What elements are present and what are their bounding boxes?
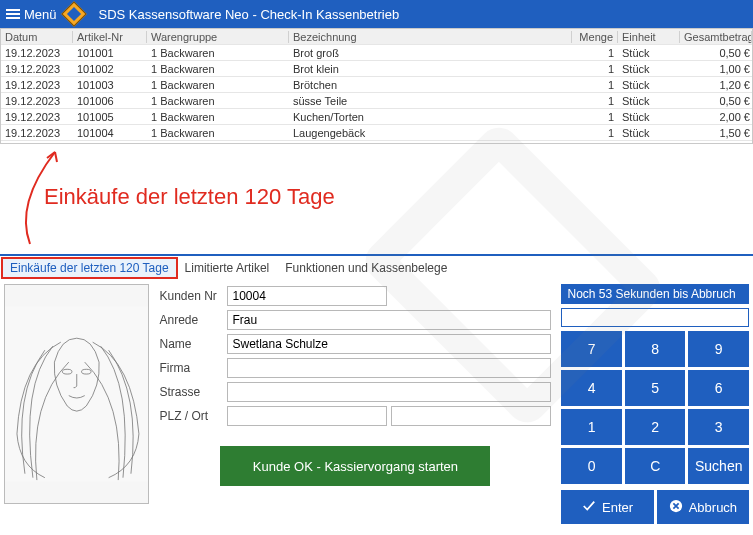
input-plz[interactable] [227, 406, 387, 426]
label-name: Name [159, 337, 221, 351]
tab-functions-receipts[interactable]: Funktionen und Kassenbelege [277, 258, 455, 278]
table-row[interactable]: 19.12.20231010051 BackwarenKuchen/Torten… [1, 109, 752, 125]
cell-wg: 1 Backwaren [147, 111, 289, 123]
annotation-area: Einkäufe der letzten 120 Tage [0, 144, 753, 254]
col-header-menge[interactable]: Menge [572, 31, 618, 43]
input-strasse[interactable] [227, 382, 551, 402]
key-2[interactable]: 2 [625, 409, 686, 445]
cell-gesamt: 0,50 € [680, 95, 752, 107]
check-icon [582, 499, 596, 516]
cell-gesamt: 1,20 € [680, 79, 752, 91]
cell-bez: Brötchen [289, 79, 572, 91]
cell-date: 19.12.2023 [1, 47, 73, 59]
cell-menge: 1 [572, 63, 618, 75]
label-plzort: PLZ / Ort [159, 409, 221, 423]
cell-menge: 1 [572, 95, 618, 107]
key-6[interactable]: 6 [688, 370, 749, 406]
tab-limited-articles[interactable]: Limitierte Artikel [177, 258, 278, 278]
col-header-date[interactable]: Datum [1, 31, 73, 43]
start-cashier-button[interactable]: Kunde OK - Kassiervorgang starten [220, 446, 490, 486]
col-header-wg[interactable]: Warengruppe [147, 31, 289, 43]
cell-bez: Brot klein [289, 63, 572, 75]
cell-wg: 1 Backwaren [147, 63, 289, 75]
enter-button[interactable]: Enter [561, 490, 653, 524]
cell-menge: 1 [572, 79, 618, 91]
key-8[interactable]: 8 [625, 331, 686, 367]
cell-artnr: 101005 [73, 111, 147, 123]
cell-einheit: Stück [618, 95, 680, 107]
cell-date: 19.12.2023 [1, 111, 73, 123]
col-header-gesamt[interactable]: Gesamtbetrag [680, 31, 752, 43]
col-header-einheit[interactable]: Einheit [618, 31, 680, 43]
table-row[interactable]: 19.12.20231010011 BackwarenBrot groß1Stü… [1, 45, 752, 61]
label-kundennr: Kunden Nr [159, 289, 221, 303]
label-firma: Firma [159, 361, 221, 375]
cell-artnr: 101002 [73, 63, 147, 75]
cell-menge: 1 [572, 111, 618, 123]
cell-bez: süsse Teile [289, 95, 572, 107]
menu-button-label: Menü [24, 7, 57, 22]
table-row[interactable]: 19.12.20231010061 Backwarensüsse Teile1S… [1, 93, 752, 109]
key-9[interactable]: 9 [688, 331, 749, 367]
keypad-panel: Noch 53 Sekunden bis Abbruch 7894561230C… [561, 284, 749, 524]
cell-bez: Brot groß [289, 47, 572, 59]
hamburger-icon [6, 9, 20, 19]
input-firma[interactable] [227, 358, 551, 378]
lower-tabs: Einkäufe der letzten 120 Tage Limitierte… [0, 256, 753, 278]
cell-artnr: 101001 [73, 47, 147, 59]
cell-menge: 1 [572, 127, 618, 139]
cell-artnr: 101003 [73, 79, 147, 91]
cell-einheit: Stück [618, 63, 680, 75]
cell-bez: Laugengebäck [289, 127, 572, 139]
key-0[interactable]: 0 [561, 448, 622, 484]
table-row[interactable]: 19.12.20231010021 BackwarenBrot klein1St… [1, 61, 752, 77]
cell-einheit: Stück [618, 111, 680, 123]
cancel-circle-icon [669, 499, 683, 516]
countdown-label: Noch 53 Sekunden bis Abbruch [561, 284, 749, 304]
label-strasse: Strasse [159, 385, 221, 399]
cell-gesamt: 1,50 € [680, 127, 752, 139]
input-ort[interactable] [391, 406, 551, 426]
grid-header-row: Datum Artikel-Nr Warengruppe Bezeichnung… [1, 29, 752, 45]
cell-date: 19.12.2023 [1, 63, 73, 75]
keypad-input[interactable] [561, 308, 749, 327]
app-logo-icon [61, 1, 86, 26]
cell-wg: 1 Backwaren [147, 127, 289, 139]
cell-artnr: 101006 [73, 95, 147, 107]
cell-einheit: Stück [618, 79, 680, 91]
key-3[interactable]: 3 [688, 409, 749, 445]
tab-purchases-120d[interactable]: Einkäufe der letzten 120 Tage [2, 258, 177, 278]
key-5[interactable]: 5 [625, 370, 686, 406]
menu-button[interactable]: Menü [6, 7, 57, 22]
purchase-grid: Datum Artikel-Nr Warengruppe Bezeichnung… [0, 28, 753, 144]
abort-button[interactable]: Abbruch [657, 490, 749, 524]
abort-button-label: Abbruch [689, 500, 737, 515]
key-4[interactable]: 4 [561, 370, 622, 406]
input-kundennr[interactable] [227, 286, 387, 306]
col-header-artnr[interactable]: Artikel-Nr [73, 31, 147, 43]
table-row[interactable]: 19.12.20231010031 BackwarenBrötchen1Stüc… [1, 77, 752, 93]
app-topbar: Menü SDS Kassensoftware Neo - Check-In K… [0, 0, 753, 28]
cell-menge: 1 [572, 47, 618, 59]
cell-wg: 1 Backwaren [147, 47, 289, 59]
key-1[interactable]: 1 [561, 409, 622, 445]
key-7[interactable]: 7 [561, 331, 622, 367]
cell-gesamt: 1,00 € [680, 63, 752, 75]
input-name[interactable] [227, 334, 551, 354]
cell-bez: Kuchen/Torten [289, 111, 572, 123]
input-anrede[interactable] [227, 310, 551, 330]
customer-photo [4, 284, 149, 504]
annotation-text: Einkäufe der letzten 120 Tage [44, 184, 335, 210]
cell-gesamt: 0,50 € [680, 47, 752, 59]
cell-einheit: Stück [618, 127, 680, 139]
cell-date: 19.12.2023 [1, 79, 73, 91]
table-row[interactable]: 19.12.20231010041 BackwarenLaugengebäck1… [1, 125, 752, 141]
cell-wg: 1 Backwaren [147, 95, 289, 107]
cell-wg: 1 Backwaren [147, 79, 289, 91]
svg-rect-0 [5, 306, 148, 481]
key-search[interactable]: Suchen [688, 448, 749, 484]
key-clear[interactable]: C [625, 448, 686, 484]
col-header-bez[interactable]: Bezeichnung [289, 31, 572, 43]
cell-einheit: Stück [618, 47, 680, 59]
app-title: SDS Kassensoftware Neo - Check-In Kassen… [99, 7, 400, 22]
